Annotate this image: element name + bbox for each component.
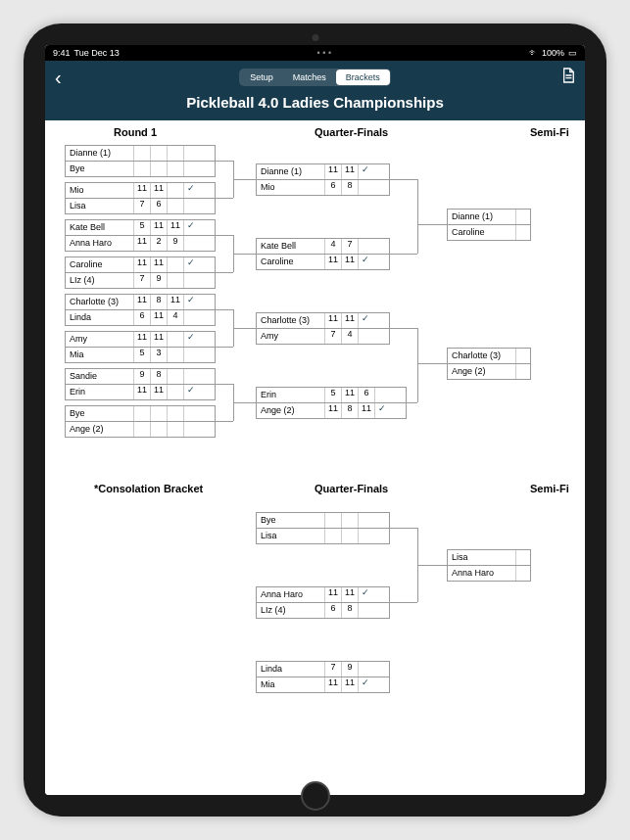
- player-name: Caroline: [257, 255, 325, 269]
- score-cell: 11: [134, 183, 151, 198]
- score-cell: 9: [134, 369, 151, 384]
- match-qf-1[interactable]: Dianne (1)1111✓Mio68: [256, 163, 390, 196]
- status-time: 9:41: [53, 48, 71, 58]
- bracket-line: [388, 602, 417, 603]
- score-cell: [168, 199, 184, 213]
- score-cell: [168, 348, 184, 362]
- match-sf-2[interactable]: Charlotte (3)Ange (2): [447, 348, 531, 380]
- winner-check: [516, 210, 530, 224]
- score-cell: 11: [151, 183, 168, 198]
- status-date: Tue Dec 13: [74, 48, 120, 58]
- winner-check: ✓: [359, 677, 372, 692]
- player-name: Lisa: [257, 529, 325, 543]
- page-title: Pickleball 4.0 Ladies Championships: [55, 94, 575, 111]
- winner-check: [184, 162, 198, 176]
- match-r1-5[interactable]: Charlotte (3)11811✓Linda6114: [65, 294, 216, 326]
- winner-check: [359, 513, 372, 528]
- score-cell: [151, 422, 168, 437]
- match-r1-1[interactable]: Dianne (1)Bye: [65, 145, 216, 177]
- screen: 9:41 Tue Dec 13 • • • ᯤ 100% ▭ ‹ Setup M…: [45, 45, 585, 795]
- score-cell: [325, 513, 342, 528]
- score-cell: [342, 529, 359, 543]
- player-name: Bye: [66, 406, 134, 421]
- score-cell: 11: [151, 220, 168, 235]
- wifi-icon: ᯤ: [529, 48, 538, 58]
- winner-check: [184, 406, 198, 421]
- match-r1-7[interactable]: Sandie98Erin1111✓: [65, 368, 216, 400]
- score-cell: [151, 162, 168, 176]
- view-segmented-control: Setup Matches Brackets: [239, 69, 391, 86]
- score-cell: 9: [168, 236, 184, 251]
- winner-check: ✓: [184, 295, 198, 309]
- bracket-line: [417, 363, 447, 364]
- player-name: LIz (4): [257, 603, 325, 618]
- player-name: Bye: [257, 513, 325, 528]
- winner-check: [184, 236, 198, 251]
- player-name: Ange (2): [448, 364, 516, 379]
- winner-check: ✓: [375, 403, 389, 418]
- score-cell: [325, 529, 342, 543]
- bracket-line: [417, 565, 447, 566]
- match-cons-sf-1[interactable]: LisaAnna Haro: [447, 549, 531, 582]
- winner-check: [359, 529, 372, 543]
- column-semifinals: Semi-Fi: [530, 126, 569, 138]
- tab-brackets[interactable]: Brackets: [336, 70, 390, 85]
- winner-check: [375, 388, 389, 402]
- winner-check: [516, 225, 530, 240]
- score-cell: 11: [134, 295, 151, 309]
- match-qf-3[interactable]: Charlotte (3)1111✓Amy74: [256, 312, 390, 345]
- match-r1-2[interactable]: Mio1111✓Lisa76: [65, 182, 216, 214]
- column-quarterfinals-cons: Quarter-Finals: [315, 483, 388, 494]
- match-cons-qf-3[interactable]: Linda79Mia1111✓: [256, 661, 390, 693]
- player-name: Ange (2): [257, 403, 325, 418]
- winner-check: [359, 180, 372, 195]
- bracket-content[interactable]: Round 1 Quarter-Finals Semi-Fi Dianne (1…: [45, 120, 585, 795]
- score-cell: [168, 369, 184, 384]
- bracket-line: [388, 179, 417, 180]
- score-cell: 11: [342, 388, 359, 402]
- score-cell: 4: [168, 310, 184, 325]
- player-name: Mia: [66, 348, 134, 362]
- score-cell: 3: [151, 348, 168, 362]
- player-name: Kate Bell: [66, 220, 134, 235]
- score-cell: [342, 513, 359, 528]
- battery-icon: ▭: [568, 48, 577, 58]
- match-cons-qf-2[interactable]: Anna Haro1111✓LIz (4)68: [256, 586, 390, 619]
- player-name: Anna Haro: [66, 236, 134, 251]
- winner-check: [516, 364, 530, 379]
- winner-check: [184, 348, 198, 362]
- match-qf-4[interactable]: Erin5116Ange (2)11811✓: [256, 387, 407, 419]
- bracket-line: [214, 421, 233, 422]
- winner-check: ✓: [184, 183, 198, 198]
- match-sf-1[interactable]: Dianne (1)Caroline: [447, 209, 531, 241]
- camera: [312, 34, 318, 41]
- match-qf-2[interactable]: Kate Bell47Caroline1111✓: [256, 238, 390, 270]
- player-name: Dianne (1): [66, 146, 134, 161]
- winner-check: ✓: [184, 385, 198, 399]
- back-button[interactable]: ‹: [55, 67, 74, 89]
- bracket-line: [417, 224, 447, 225]
- match-cons-qf-1[interactable]: ByeLisa: [256, 512, 390, 544]
- winner-check: [516, 566, 530, 581]
- bracket-line: [214, 384, 233, 385]
- match-r1-8[interactable]: ByeAnge (2): [65, 405, 216, 438]
- bracket-line: [417, 328, 418, 402]
- match-r1-4[interactable]: Caroline1111✓LIz (4)79: [65, 257, 216, 289]
- bracket-line: [214, 347, 233, 348]
- player-name: Mia: [257, 677, 325, 692]
- tab-matches[interactable]: Matches: [283, 70, 336, 85]
- score-cell: 4: [325, 239, 342, 254]
- score-cell: 6: [325, 603, 342, 618]
- winner-check: ✓: [359, 164, 372, 179]
- match-r1-6[interactable]: Amy1111✓Mia53: [65, 331, 216, 363]
- home-button[interactable]: [301, 781, 330, 811]
- match-r1-3[interactable]: Kate Bell51111✓Anna Haro1129: [65, 219, 216, 252]
- score-cell: 8: [342, 603, 359, 618]
- winner-check: ✓: [359, 255, 372, 269]
- tablet-frame: 9:41 Tue Dec 13 • • • ᯤ 100% ▭ ‹ Setup M…: [24, 23, 606, 817]
- score-cell: 7: [342, 239, 359, 254]
- document-icon[interactable]: [556, 68, 575, 87]
- bracket-line: [214, 198, 233, 199]
- tab-setup[interactable]: Setup: [240, 70, 283, 85]
- score-cell: 11: [325, 587, 342, 602]
